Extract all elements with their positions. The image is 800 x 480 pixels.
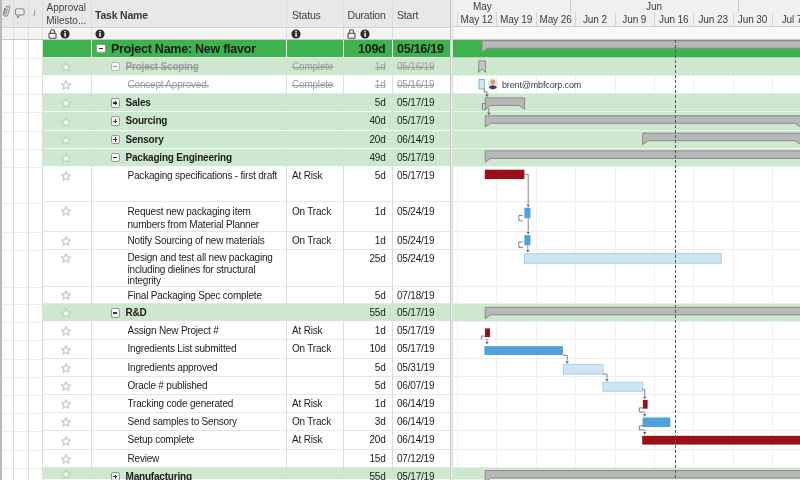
svg-text:i: i [33, 7, 36, 18]
